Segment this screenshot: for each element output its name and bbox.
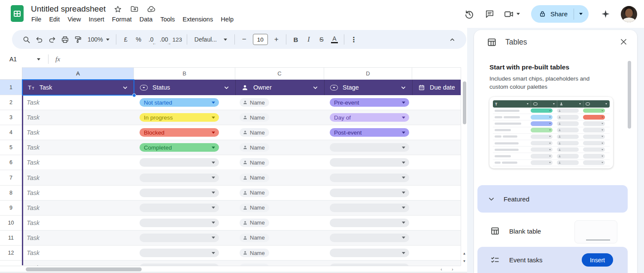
row-header-4[interactable]: 4 xyxy=(0,125,22,140)
status-dropdown-chip[interactable]: Not started xyxy=(140,98,219,107)
redo-button[interactable] xyxy=(46,33,58,46)
menu-tools[interactable]: Tools xyxy=(156,15,179,24)
table-row[interactable]: TaskName xyxy=(22,186,461,201)
task-cell[interactable]: Task xyxy=(27,204,39,211)
table-column-header-due-date[interactable]: Due date xyxy=(412,80,461,95)
font-select[interactable]: Defaul... xyxy=(190,36,231,43)
font-size-input[interactable]: 10 xyxy=(253,34,268,45)
table-row[interactable]: TaskName xyxy=(22,216,461,231)
cloud-saved-icon[interactable] xyxy=(147,5,156,14)
percent-format-button[interactable]: % xyxy=(132,33,145,46)
column-header-A[interactable]: A xyxy=(22,67,134,80)
row-header-11[interactable]: 11 xyxy=(0,231,22,246)
table-row[interactable]: TaskName xyxy=(22,261,461,266)
star-icon[interactable] xyxy=(114,5,122,13)
column-header-D[interactable]: D xyxy=(324,67,412,80)
owner-chip[interactable]: Name xyxy=(240,249,269,257)
currency-format-button[interactable]: £ xyxy=(119,33,132,46)
version-history-icon[interactable] xyxy=(459,9,480,19)
menu-view[interactable]: View xyxy=(64,15,85,24)
more-options-button[interactable]: ⋮ xyxy=(347,33,360,46)
increase-font-size-button[interactable]: + xyxy=(270,33,283,46)
sidebar-item-blank-table[interactable]: Blank table xyxy=(477,219,628,243)
undo-button[interactable] xyxy=(33,33,46,46)
stage-dropdown-chip[interactable]: Post-event xyxy=(330,128,409,137)
table-row[interactable]: TaskIn progressNameDay of xyxy=(22,110,461,125)
status-dropdown-chip[interactable] xyxy=(140,158,219,167)
table-row[interactable]: TaskNot startedNamePre-event xyxy=(22,95,461,110)
stage-dropdown-chip[interactable] xyxy=(330,219,409,227)
table-row[interactable]: TaskBlockedNamePost-event xyxy=(22,125,461,140)
column-header-E[interactable] xyxy=(412,67,461,80)
table-row[interactable]: TaskName xyxy=(22,231,461,246)
more-formats-button[interactable]: 123 xyxy=(171,33,184,46)
italic-button[interactable]: I xyxy=(302,33,315,46)
vertical-scrollbar-thumb[interactable] xyxy=(463,81,466,124)
task-cell[interactable]: Task xyxy=(27,114,39,121)
status-dropdown-chip[interactable] xyxy=(140,204,219,212)
scroll-left-icon[interactable]: ‹ xyxy=(437,266,446,272)
task-cell[interactable]: Task xyxy=(27,189,39,196)
scroll-down-icon[interactable]: ▼ xyxy=(461,258,468,264)
document-title[interactable]: Untitled spreadsheet xyxy=(31,4,106,14)
row-header-1[interactable]: 1 xyxy=(0,80,22,95)
comments-icon[interactable] xyxy=(480,9,500,19)
insert-button[interactable]: Insert xyxy=(582,253,613,267)
task-cell[interactable]: Task xyxy=(27,99,39,106)
stage-dropdown-chip[interactable] xyxy=(330,158,409,167)
table-row[interactable]: TaskName xyxy=(22,201,461,216)
column-header-B[interactable]: B xyxy=(134,67,235,80)
owner-chip[interactable]: Name xyxy=(240,189,269,197)
search-menus-button[interactable] xyxy=(20,33,33,46)
scroll-right-icon[interactable]: › xyxy=(448,266,457,272)
menu-file[interactable]: File xyxy=(27,15,45,24)
row-header-8[interactable]: 8 xyxy=(0,186,22,201)
menu-edit[interactable]: Edit xyxy=(45,15,64,24)
fill-handle[interactable] xyxy=(132,93,136,97)
table-row[interactable]: TaskName xyxy=(22,171,461,186)
gemini-sparkle-icon[interactable] xyxy=(595,9,617,19)
text-color-button[interactable]: A xyxy=(328,33,341,46)
row-header-3[interactable]: 3 xyxy=(0,110,22,125)
stage-dropdown-chip[interactable]: Day of xyxy=(330,113,409,122)
paint-format-button[interactable] xyxy=(71,33,84,46)
table-column-header-stage[interactable]: Stage xyxy=(324,80,412,95)
stage-dropdown-chip[interactable] xyxy=(330,189,409,197)
table-column-header-status[interactable]: Status xyxy=(134,80,235,95)
owner-chip[interactable]: Name xyxy=(240,234,269,242)
owner-chip[interactable]: Name xyxy=(240,98,269,107)
stage-dropdown-chip[interactable] xyxy=(330,234,409,242)
decrease-font-size-button[interactable]: − xyxy=(238,33,251,46)
status-dropdown-chip[interactable]: Completed xyxy=(140,143,219,152)
chevron-down-icon[interactable] xyxy=(37,58,40,60)
close-icon[interactable] xyxy=(620,38,628,46)
status-dropdown-chip[interactable]: Blocked xyxy=(140,128,219,137)
collapse-toolbar-button[interactable] xyxy=(446,33,459,46)
task-cell[interactable]: Task xyxy=(27,174,39,181)
owner-chip[interactable]: Name xyxy=(240,174,269,182)
stage-dropdown-chip[interactable] xyxy=(330,249,409,257)
row-header-10[interactable]: 10 xyxy=(0,216,22,231)
table-column-header-task[interactable]: TTTask xyxy=(22,80,134,95)
owner-chip[interactable]: Name xyxy=(240,128,269,137)
task-cell[interactable]: Task xyxy=(27,159,39,166)
stage-dropdown-chip[interactable] xyxy=(330,143,409,152)
panel-scrollbar-thumb[interactable] xyxy=(628,61,631,129)
move-folder-icon[interactable] xyxy=(130,5,139,13)
zoom-select[interactable]: 100% xyxy=(84,36,113,43)
row-header-12[interactable]: 12 xyxy=(0,246,22,261)
bold-button[interactable]: B xyxy=(289,33,302,46)
stage-dropdown-chip[interactable]: Pre-event xyxy=(330,98,409,107)
status-dropdown-chip[interactable] xyxy=(140,234,219,242)
row-header-6[interactable]: 6 xyxy=(0,155,22,170)
status-dropdown-chip[interactable]: In progress xyxy=(140,113,219,122)
select-all-corner[interactable] xyxy=(0,67,22,80)
row-header-5[interactable]: 5 xyxy=(0,140,22,155)
vertical-scrollbar[interactable]: ▲ ▼ xyxy=(461,67,467,266)
owner-chip[interactable]: Name xyxy=(240,219,269,227)
print-button[interactable] xyxy=(58,33,71,46)
task-cell[interactable]: Task xyxy=(27,249,39,256)
menu-insert[interactable]: Insert xyxy=(85,15,108,24)
user-avatar[interactable] xyxy=(621,6,637,22)
status-dropdown-chip[interactable] xyxy=(140,189,219,197)
